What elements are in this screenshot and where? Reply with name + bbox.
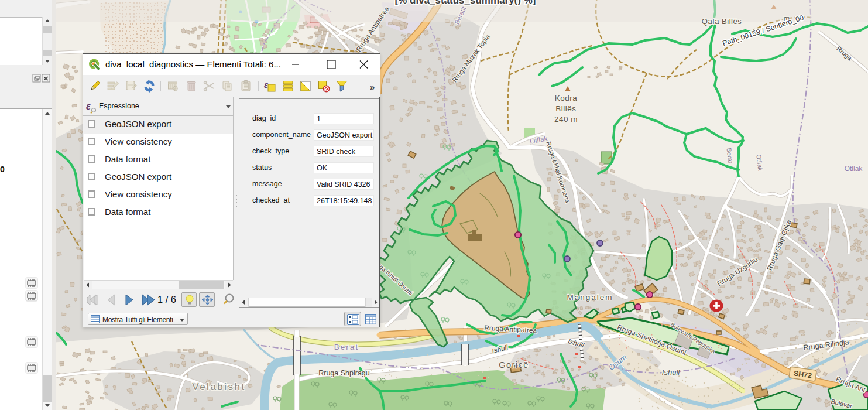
svg-text:Qafa Billës: Qafa Billës [702,17,742,26]
svg-text:[% diva_status_summary() %]: [% diva_status_summary() %] [395,0,536,6]
svg-text:Rruga Shpiragu: Rruga Shpiragu [318,369,370,377]
svg-text:ε: ε [86,100,91,112]
svg-text:240 m: 240 m [554,115,578,124]
svg-text:Berat: Berat [334,343,359,351]
svg-text:Otllak: Otllak [845,165,863,173]
svg-text:Goricë: Goricë [499,360,529,370]
svg-text:Billës: Billës [555,104,576,113]
svg-text:ε: ε [264,80,268,90]
svg-text:Velabisht: Velabisht [192,381,246,392]
svg-text:Mangalem: Mangalem [567,293,613,302]
svg-text:Kodra: Kodra [555,94,578,102]
svg-text:Ishull: Ishull [662,368,680,377]
